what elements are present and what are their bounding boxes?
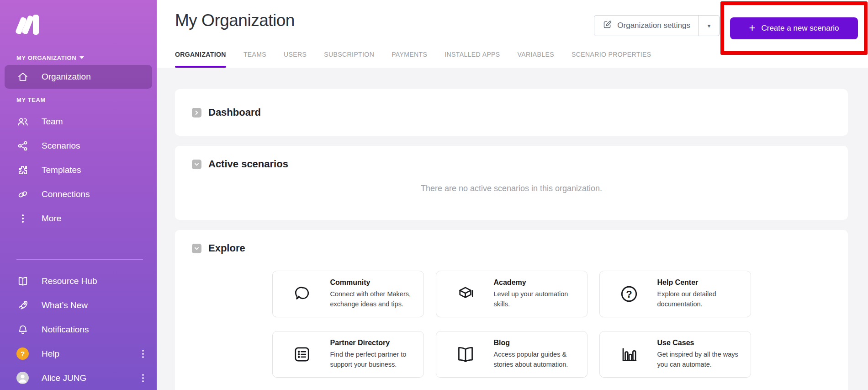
explore-card-description: Find the perfect partner to support your…: [330, 350, 420, 370]
explore-card-title: Academy: [494, 278, 583, 287]
user-menu-kebab-icon[interactable]: [140, 372, 146, 384]
sidebar-item-label: Notifications: [42, 325, 89, 335]
explore-card-title: Community: [330, 278, 420, 287]
sidebar-item-label: Alice JUNG: [42, 373, 86, 383]
sidebar-item-label: Resource Hub: [42, 276, 97, 286]
sidebar-item-more[interactable]: More: [0, 206, 157, 230]
explore-card-blog[interactable]: Blog Access popular guides & stories abo…: [436, 331, 587, 378]
sidebar-item-scenarios[interactable]: Scenarios: [0, 134, 157, 158]
explore-card-description: Explore our detailed documentation.: [657, 289, 747, 310]
org-switcher-label: MY ORGANIZATION: [16, 54, 76, 61]
academy-cube-icon: [455, 283, 476, 305]
organization-settings-split-button: Organization settings ▾: [594, 15, 720, 36]
kebab-icon: [16, 212, 29, 224]
sidebar-item-organization[interactable]: Organization: [5, 65, 152, 89]
sidebar-item-resource-hub[interactable]: Resource Hub: [0, 269, 157, 293]
plus-icon: +: [749, 22, 755, 33]
explore-card-use-cases[interactable]: Use Cases Get inspired by all the ways y…: [599, 331, 751, 378]
sidebar-item-label: Help: [42, 349, 59, 359]
rocket-icon: [16, 299, 29, 311]
dashboard-section: Dashboard: [175, 89, 848, 136]
sidebar-divider: [16, 259, 143, 260]
org-switcher[interactable]: MY ORGANIZATION: [16, 54, 157, 61]
help-menu-kebab-icon[interactable]: [140, 348, 146, 360]
open-book-icon: [16, 275, 29, 287]
active-scenarios-empty-message: There are no active scenarios in this or…: [175, 184, 848, 193]
svg-text:?: ?: [626, 288, 632, 300]
tab-payments[interactable]: PAYMENTS: [392, 51, 427, 68]
section-title-explore: Explore: [208, 242, 245, 254]
make-logo[interactable]: [16, 14, 157, 35]
sidebar-item-label: Scenarios: [42, 141, 80, 151]
expand-chevron-right-icon[interactable]: [192, 108, 201, 118]
collapse-chevron-down-icon[interactable]: [192, 244, 201, 253]
main-area: My Organization ORGANIZATION TEAMS USERS…: [157, 0, 868, 390]
sidebar-item-connections[interactable]: Connections: [0, 182, 157, 206]
team-section-label: MY TEAM: [16, 96, 157, 103]
red-highlight-annotation: + Create a new scenario: [720, 1, 868, 55]
puzzle-icon: [16, 164, 29, 176]
sidebar-item-label: What’s New: [42, 300, 88, 310]
chevron-down-icon: [79, 56, 84, 59]
sidebar: MY ORGANIZATION Organization MY TEAM Tea…: [0, 0, 157, 390]
explore-card-title: Use Cases: [657, 339, 747, 347]
collapse-chevron-down-icon[interactable]: [192, 160, 201, 169]
explore-card-description: Access popular guides & stories about au…: [494, 350, 583, 370]
tab-bar: ORGANIZATION TEAMS USERS SUBSCRIPTION PA…: [175, 51, 651, 68]
team-section-text: MY TEAM: [16, 96, 46, 103]
explore-card-help-center[interactable]: ? Help Center Explore our detailed docum…: [599, 271, 751, 317]
sidebar-item-label: Templates: [42, 165, 81, 175]
sidebar-nav: Team Scenarios Templates Connections Mor…: [0, 109, 157, 230]
page-header: My Organization ORGANIZATION TEAMS USERS…: [157, 0, 868, 68]
tab-users[interactable]: USERS: [284, 51, 307, 68]
explore-card-description: Connect with other Makers, exchange idea…: [330, 289, 420, 310]
tab-scenario-properties[interactable]: SCENARIO PROPERTIES: [572, 51, 651, 68]
explore-card-title: Partner Directory: [330, 339, 420, 347]
sidebar-item-label: Team: [42, 117, 63, 127]
organization-settings-label: Organization settings: [617, 21, 690, 30]
avatar-icon: [16, 372, 29, 384]
book-icon: [455, 343, 476, 365]
help-badge-icon: ?: [16, 347, 29, 360]
sidebar-item-templates[interactable]: Templates: [0, 158, 157, 182]
sidebar-item-user[interactable]: Alice JUNG: [0, 366, 157, 390]
explore-grid: Community Connect with other Makers, exc…: [175, 271, 848, 378]
active-scenarios-section: Active scenarios There are no active sce…: [175, 146, 848, 220]
sidebar-item-label: Organization: [42, 72, 91, 82]
organization-settings-button[interactable]: Organization settings: [594, 16, 699, 36]
help-question-badge: ?: [16, 347, 29, 360]
explore-card-description: Level up your automation skills.: [494, 289, 583, 310]
sidebar-item-whats-new[interactable]: What’s New: [0, 293, 157, 317]
tab-subscription[interactable]: SUBSCRIPTION: [324, 51, 374, 68]
share-network-icon: [16, 139, 29, 152]
explore-card-title: Help Center: [657, 278, 747, 287]
links-icon: [16, 188, 29, 200]
tab-installed-apps[interactable]: INSTALLED APPS: [445, 51, 500, 68]
chat-icon: [291, 283, 313, 305]
list-icon: [291, 343, 313, 365]
explore-card-title: Blog: [494, 339, 583, 347]
settings-dropdown-caret-icon[interactable]: ▾: [699, 16, 719, 36]
home-icon: [16, 70, 29, 83]
section-title-active-scenarios: Active scenarios: [208, 158, 288, 170]
explore-card-community[interactable]: Community Connect with other Makers, exc…: [272, 271, 424, 317]
sidebar-item-help[interactable]: ? Help: [0, 342, 157, 366]
sidebar-footer: Resource Hub What’s New Notifications ? …: [0, 269, 157, 390]
section-title-dashboard: Dashboard: [208, 107, 261, 118]
page-title: My Organization: [175, 11, 295, 30]
team-icon: [16, 115, 29, 128]
sidebar-item-team[interactable]: Team: [0, 109, 157, 134]
create-scenario-label: Create a new scenario: [761, 24, 839, 33]
explore-card-description: Get inspired by all the ways you can aut…: [657, 350, 747, 370]
edit-icon: [603, 20, 612, 32]
question-circle-icon: ?: [618, 283, 640, 305]
explore-card-partner-directory[interactable]: Partner Directory Find the perfect partn…: [272, 331, 424, 378]
explore-section: Explore Community Connect with other Mak…: [175, 230, 848, 390]
tab-teams[interactable]: TEAMS: [243, 51, 266, 68]
tab-organization[interactable]: ORGANIZATION: [175, 51, 226, 68]
bell-icon: [16, 323, 29, 336]
tab-variables[interactable]: VARIABLES: [518, 51, 554, 68]
sidebar-item-notifications[interactable]: Notifications: [0, 317, 157, 342]
explore-card-academy[interactable]: Academy Level up your automation skills.: [436, 271, 587, 317]
create-scenario-button[interactable]: + Create a new scenario: [730, 17, 858, 39]
